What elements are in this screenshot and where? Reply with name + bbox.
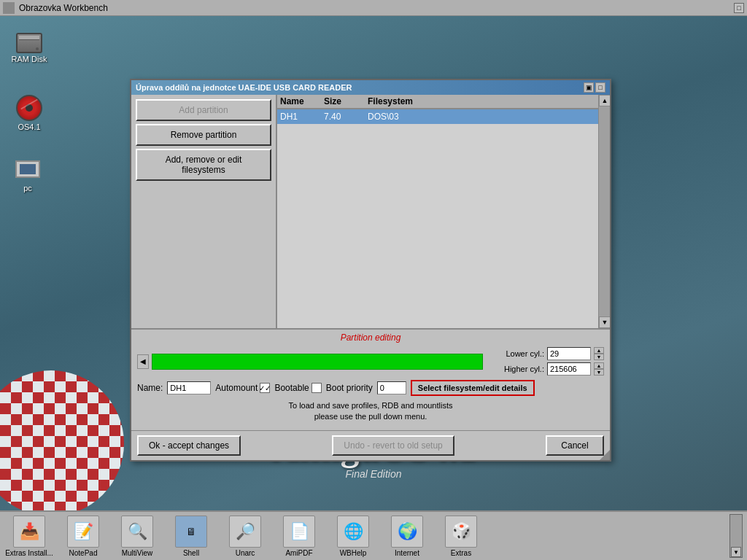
pc-icon-shape [14,160,42,182]
col-header-name: Name [280,96,324,106]
dialog-title-bar: Úprava oddílů na jednotce UAE-IDE USB CA… [131,80,610,95]
multiview-icon: 🔍 [121,516,153,548]
automount-checkbox[interactable]: ✓ [260,383,270,393]
taskbar: 📥 Extras Install... 📝 NotePad 🔍 MultiVie… [0,510,747,560]
amipdf-label: AmiPDF [285,549,312,557]
scroll-up-btn[interactable]: ▲ [599,95,610,106]
higher-cyl-up[interactable]: ▲ [594,362,604,369]
higher-cyl-down[interactable]: ▼ [594,369,604,376]
title-bar: Obrazovka Workbench □ [0,0,747,16]
taskbar-item-extras-install[interactable]: 📥 Extras Install... [4,516,54,557]
dialog-buttons: Ok - accept changes Undo - revert to old… [131,430,610,460]
extras-label: Extras [451,549,471,557]
amiga-logo-sub: Final Edition [271,468,476,480]
lower-cyl-label: Lower cyl.: [486,349,544,358]
partition-scrollbar[interactable]: ▲ ▼ [598,95,610,328]
wbhelp-label: WBHelp [340,549,367,557]
resize-handle[interactable] [600,450,610,460]
name-input[interactable] [167,381,211,394]
right-panel: Name Size Filesystem DH1 7.40 DOS\03 ▲ ▼ [277,95,610,328]
taskbar-item-amipdf[interactable]: 📄 AmiPDF [274,516,324,557]
select-fs-btn[interactable]: Select filesystem/edit details [411,380,535,396]
checkerball [0,370,124,516]
notepad-icon: 📝 [67,516,99,548]
cell-dh1-name: DH1 [280,112,324,122]
unarc-label: Unarc [236,549,255,557]
partition-bar-row: ◀ Lower cyl.: 29 ▲ ▼ Higher cyl.: 2156 [137,347,604,376]
internet-label: Internet [395,549,419,557]
name-label: Name: [137,383,163,393]
dialog-minimize-btn[interactable]: ▣ [584,82,594,93]
taskbar-item-wbhelp[interactable]: 🌐 WBHelp [328,516,378,557]
partition-edit-title: Partition editing [137,332,604,343]
left-panel: Add partition Remove partition Add, remo… [131,95,277,328]
dialog-title-buttons: ▣ □ [584,82,605,93]
cell-dh1-size: 7.40 [324,112,368,122]
taskbar-item-extras[interactable]: 🎲 Extras [436,516,486,557]
lower-cyl-up[interactable]: ▲ [594,347,604,354]
extras-install-label: Extras Install... [5,549,53,557]
taskbar-scrollbar[interactable]: ▼ [729,514,743,558]
partition-table: Name Size Filesystem DH1 7.40 DOS\03 [277,95,610,124]
cylinder-controls: Lower cyl.: 29 ▲ ▼ Higher cyl.: 215606 ▲… [486,347,604,376]
desktop: Obrazovka Workbench □ RAM Disk OS4.1 pc … [0,0,747,560]
automount-group: Automount ✓ [215,383,270,393]
ram-disk-icon [16,33,42,53]
resize-triangle [600,450,610,460]
bootpri-input[interactable] [377,381,406,394]
undo-btn[interactable]: Undo - revert to old setup [332,435,454,456]
os4-label: OS4.1 [7,122,51,131]
ram-disk-label: RAM Disk [7,55,51,63]
taskbar-item-unarc[interactable]: 🔎 Unarc [220,516,270,557]
scroll-track [599,106,610,316]
col-header-size: Size [324,96,368,106]
bar-scroll-left[interactable]: ◀ [137,354,149,369]
automount-label: Automount [215,383,258,393]
workbench-maximize-btn[interactable]: □ [734,3,744,13]
partition-row-dh1[interactable]: DH1 7.40 DOS\03 [277,109,610,124]
workbench-title: Obrazovka Workbench [19,3,108,13]
notepad-label: NotePad [69,549,98,557]
desktop-icon-pc[interactable]: pc [6,160,50,192]
taskbar-item-notepad[interactable]: 📝 NotePad [58,516,108,557]
higher-cyl-value[interactable]: 215606 [547,362,591,376]
ok-btn[interactable]: Ok - accept changes [137,435,241,456]
higher-cyl-label: Higher cyl.: [486,365,544,373]
desktop-icon-ram-disk[interactable]: RAM Disk [7,33,51,63]
dialog-content: Add partition Remove partition Add, remo… [131,95,610,328]
info-text: To load and save profiles, RDB and mount… [137,400,604,423]
lower-cyl-value[interactable]: 29 [547,347,591,360]
taskbar-item-multiview[interactable]: 🔍 MultiView [112,516,162,557]
shell-label: Shell [183,549,199,557]
partition-bar[interactable] [152,354,483,370]
bootable-checkbox[interactable] [311,383,322,393]
bootable-group: Bootable [274,383,321,393]
add-partition-btn[interactable]: Add partition [136,99,271,121]
workbench-icon [3,2,15,14]
multiview-label: MultiView [122,549,153,557]
shell-icon: 🖥 [175,516,207,548]
desktop-icon-os41[interactable]: OS4.1 [7,95,51,131]
cancel-btn[interactable]: Cancel [546,435,604,456]
scroll-down-btn[interactable]: ▼ [599,316,610,328]
lower-cyl-down[interactable]: ▼ [594,354,604,360]
col-header-fs: Filesystem [368,96,607,106]
lower-cyl-row: Lower cyl.: 29 ▲ ▼ [486,347,604,360]
add-remove-fs-btn[interactable]: Add, remove or edit filesystems [136,149,271,181]
info-text-line2: please use the pull down menu. [137,411,604,422]
pc-label: pc [6,184,50,192]
bootable-label: Bootable [274,383,309,393]
taskbar-item-shell[interactable]: 🖥 Shell [166,516,216,557]
taskbar-scroll-down-btn[interactable]: ▼ [731,547,741,557]
dialog-maximize-btn[interactable]: □ [595,82,605,93]
internet-icon: 🌍 [391,516,423,548]
lower-cyl-spin: ▲ ▼ [594,347,604,360]
name-row: Name: Automount ✓ Bootable Boot priority… [137,380,604,396]
partition-table-header: Name Size Filesystem [277,95,610,109]
partition-edit-section: Partition editing ◀ Lower cyl.: 29 ▲ ▼ [131,328,610,430]
extras-install-icon: 📥 [13,516,45,548]
amipdf-icon: 📄 [283,516,315,548]
remove-partition-btn[interactable]: Remove partition [136,124,271,146]
unarc-icon: 🔎 [229,516,261,548]
taskbar-item-internet[interactable]: 🌍 Internet [382,516,432,557]
